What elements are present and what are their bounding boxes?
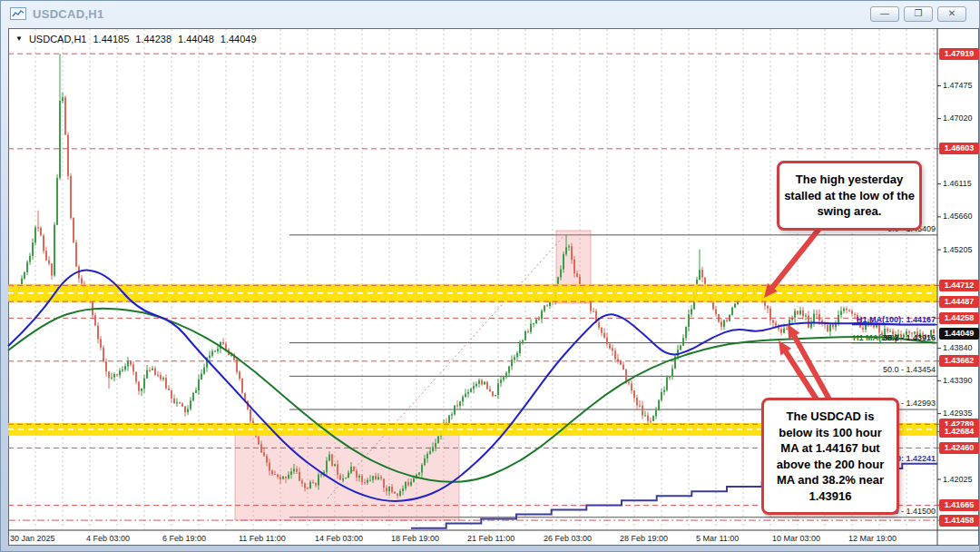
low-value: 1.44048: [178, 34, 214, 44]
open-value: 1.44185: [93, 34, 130, 44]
maximize-button[interactable]: ❐: [904, 6, 933, 22]
high-value: 1.44238: [135, 34, 172, 44]
app-window: USDCAD,H1 — ❐ ✕ ▼ USDCAD,H1 1.44185 1.44…: [0, 0, 980, 552]
close-button[interactable]: ✕: [937, 6, 966, 22]
window-controls: — ❐ ✕: [870, 6, 970, 22]
minimize-button[interactable]: —: [870, 6, 899, 22]
symbol-label: USDCAD,H1: [29, 34, 87, 44]
symbol-ohlc-readout: ▼ USDCAD,H1 1.44185 1.44238 1.44048 1.44…: [15, 34, 257, 44]
close-value: 1.44049: [220, 34, 257, 44]
annotation-swing-note[interactable]: The high yesterday stalled at the low of…: [777, 161, 922, 231]
app-icon: [10, 7, 26, 20]
window-title: USDCAD,H1: [33, 7, 104, 21]
annotation-ma-note[interactable]: The USDCAD is below its 100 hour MA at 1…: [761, 398, 899, 515]
title-bar: USDCAD,H1 — ❐ ✕: [1, 1, 979, 26]
chevron-down-icon[interactable]: ▼: [15, 34, 23, 43]
